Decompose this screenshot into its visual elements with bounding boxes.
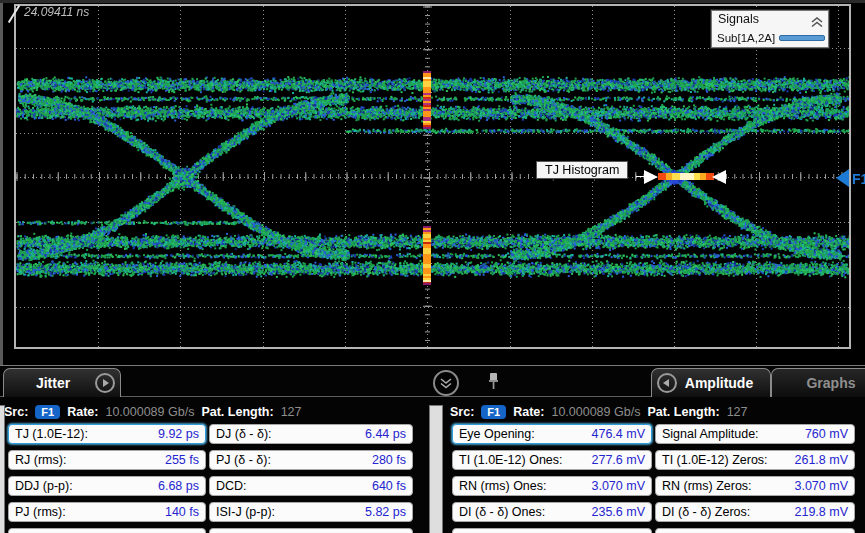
dock-collapse-button[interactable] <box>433 370 459 396</box>
source-badge[interactable]: F1 <box>481 405 506 419</box>
measurement-cell-partial[interactable] <box>655 528 855 533</box>
measurement-label: TJ (1.0E-12): <box>15 427 88 441</box>
measurement-cell-ti-ones[interactable]: TI (1.0E-12) Ones:277.6 mV <box>452 450 652 470</box>
tj-histogram-label[interactable]: TJ Histogram <box>536 161 628 179</box>
measurement-cell-pj-rms[interactable]: PJ (rms):140 fs <box>8 502 206 522</box>
amplitude-measurement-grid: Eye Opening:476.4 mV Signal Amplitude:76… <box>452 424 855 533</box>
signals-legend[interactable]: Signals Sub[1A,2A] <box>711 10 829 48</box>
jitter-panel-scrollbar[interactable] <box>0 405 5 533</box>
measurement-cell-tj[interactable]: TJ (1.0E-12):9.92 ps <box>8 424 206 444</box>
measurement-value: 140 fs <box>165 505 199 519</box>
measurement-cell-rn-zeros[interactable]: RN (rms) Zeros:3.070 mV <box>655 476 855 496</box>
dpojet-eye-analysis-screen: 24.09411 ns Signals Sub[1A,2A] TJ Histog… <box>0 0 865 533</box>
measurement-label: ISI-J (p-p): <box>216 505 275 519</box>
measurement-value: 640 fs <box>372 479 406 493</box>
measurement-value: 277.6 mV <box>591 453 645 467</box>
measurement-label: Signal Amplitude: <box>662 427 759 441</box>
jitter-panel-header: Src: F1 Rate: 10.000089 Gb/s Pat. Length… <box>4 403 301 420</box>
eye-diagram-section: 24.09411 ns Signals Sub[1A,2A] TJ Histog… <box>0 0 865 365</box>
measurement-label: TI (1.0E-12) Ones: <box>459 453 563 467</box>
double-chevron-down-icon <box>439 377 453 389</box>
measurement-label: DCD: <box>216 479 247 493</box>
rate-value: 10.000089 Gb/s <box>105 405 194 419</box>
measurement-label: PJ (δ - δ): <box>216 453 271 467</box>
waveform-source-marker-label: F1 <box>852 171 865 187</box>
tab-jitter-label: Jitter <box>36 375 70 391</box>
rate-label: Rate: <box>67 405 98 419</box>
measurement-value: 3.070 mV <box>794 479 848 493</box>
measurement-cell-isij[interactable]: ISI-J (p-p):5.82 ps <box>209 502 413 522</box>
measurement-value: 261.8 mV <box>794 453 848 467</box>
measurement-cell-ti-zeros[interactable]: TI (1.0E-12) Zeros:261.8 mV <box>655 450 855 470</box>
measurement-cell-pj-dd[interactable]: PJ (δ - δ):280 fs <box>209 450 413 470</box>
measurement-cell-di-ones[interactable]: DI (δ - δ) Ones:235.6 mV <box>452 502 652 522</box>
tj-extent-left-arrow-icon <box>712 170 726 184</box>
rate-label: Rate: <box>513 405 544 419</box>
measurement-cell-rj[interactable]: RJ (rms):255 fs <box>8 450 206 470</box>
eye-diagram-canvas[interactable] <box>0 0 865 365</box>
measurement-value: 235.6 mV <box>591 505 645 519</box>
measurement-cell-signal-amplitude[interactable]: Signal Amplitude:760 mV <box>655 424 855 444</box>
amplitude-panel-scrollbar[interactable] <box>429 405 443 533</box>
measurement-label: DJ (δ - δ): <box>216 427 272 441</box>
measurement-label: PJ (rms): <box>15 505 66 519</box>
measurement-value: 255 fs <box>165 453 199 467</box>
measurement-cell-eye-opening[interactable]: Eye Opening:476.4 mV <box>452 424 652 444</box>
timebase-label: 24.09411 ns <box>24 5 89 19</box>
jitter-expand-button[interactable] <box>95 373 115 393</box>
amplitude-panel-header: Src: F1 Rate: 10.000089 Gb/s Pat. Length… <box>450 403 747 420</box>
measurement-cell-rn-ones[interactable]: RN (rms) Ones:3.070 mV <box>452 476 652 496</box>
measurement-dock: Jitter Amplitude Graphs <box>0 365 865 533</box>
measurement-cell-dj[interactable]: DJ (δ - δ):6.44 ps <box>209 424 413 444</box>
measurement-value: 3.070 mV <box>591 479 645 493</box>
tab-amplitude[interactable]: Amplitude <box>651 368 771 397</box>
tab-jitter[interactable]: Jitter <box>3 368 121 397</box>
tab-graphs-label: Graphs <box>806 375 855 391</box>
measurement-value: 5.82 ps <box>365 505 406 519</box>
measurement-cell-partial[interactable] <box>209 528 413 533</box>
measurement-value: 476.4 mV <box>591 427 645 441</box>
measurement-label: Eye Opening: <box>459 427 535 441</box>
rate-value: 10.000089 Gb/s <box>551 405 640 419</box>
measurement-label: DDJ (p-p): <box>15 479 73 493</box>
measurement-label: DI (δ - δ) Zeros: <box>662 505 750 519</box>
measurement-value: 6.68 ps <box>158 479 199 493</box>
signal-color-swatch <box>779 35 825 41</box>
measurement-value: 9.92 ps <box>158 427 199 441</box>
measurement-cell-ddj[interactable]: DDJ (p-p):6.68 ps <box>8 476 206 496</box>
tj-extent-right-arrow-icon <box>644 170 658 184</box>
jitter-measurement-grid: TJ (1.0E-12):9.92 ps DJ (δ - δ):6.44 ps … <box>8 424 413 533</box>
measurement-value: 280 fs <box>372 453 406 467</box>
waveform-source-marker-icon[interactable] <box>836 169 849 187</box>
tab-graphs[interactable]: Graphs <box>771 368 865 397</box>
measurement-label: TI (1.0E-12) Zeros: <box>662 453 768 467</box>
collapse-chevron-up-icon[interactable] <box>810 14 824 32</box>
measurement-cell-dcd[interactable]: DCD:640 fs <box>209 476 413 496</box>
src-label: Src: <box>450 405 474 419</box>
measurement-cell-di-zeros[interactable]: DI (δ - δ) Zeros:219.8 mV <box>655 502 855 522</box>
src-label: Src: <box>4 405 28 419</box>
measurement-cell-partial[interactable] <box>452 528 652 533</box>
legend-signal-name: Sub[1A,2A] <box>717 32 775 44</box>
pin-icon[interactable] <box>487 372 500 395</box>
pattern-length-value: 127 <box>281 405 302 419</box>
measurement-value: 6.44 ps <box>365 427 406 441</box>
pattern-length-label: Pat. Length: <box>201 405 273 419</box>
measurement-label: RN (rms) Zeros: <box>662 479 752 493</box>
pattern-length-label: Pat. Length: <box>647 405 719 419</box>
legend-title: Signals <box>718 12 759 26</box>
measurement-value: 760 mV <box>805 427 848 441</box>
measurement-label: DI (δ - δ) Ones: <box>459 505 545 519</box>
measurement-label: RN (rms) Ones: <box>459 479 547 493</box>
tab-amplitude-label: Amplitude <box>685 375 753 391</box>
amplitude-expand-button[interactable] <box>657 373 677 393</box>
legend-signal-row[interactable]: Sub[1A,2A] <box>717 32 825 44</box>
source-badge[interactable]: F1 <box>35 405 60 419</box>
measurement-value: 219.8 mV <box>794 505 848 519</box>
measurement-label: RJ (rms): <box>15 453 66 467</box>
pattern-length-value: 127 <box>727 405 748 419</box>
measurement-cell-partial[interactable] <box>8 528 206 533</box>
